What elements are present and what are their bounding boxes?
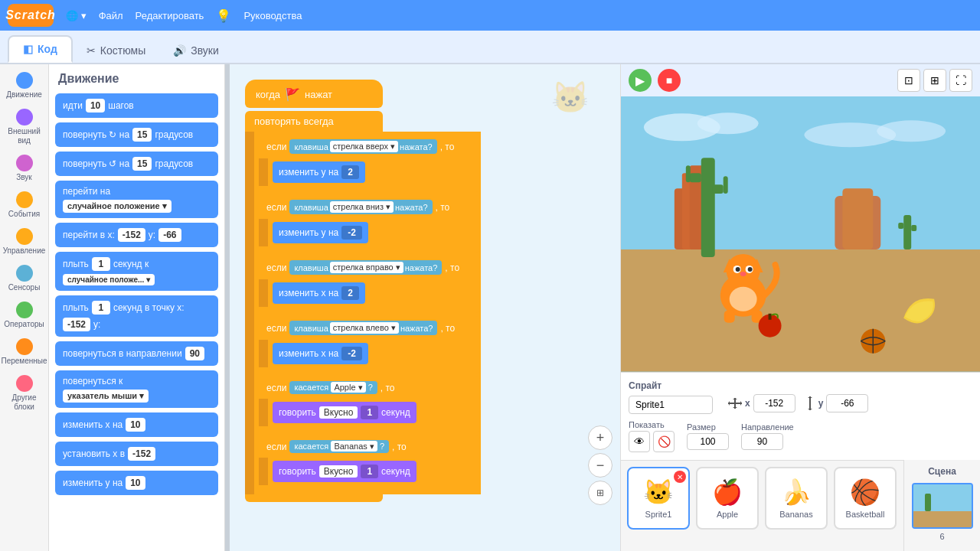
category-sound[interactable]: Звук (2, 152, 47, 185)
zoom-in-button[interactable]: + (588, 425, 612, 450)
category-variables[interactable]: Переменные (2, 335, 47, 369)
menubar: Scratch 🌐 ▾ Файл Редактировать 💡 Руковод… (0, 0, 980, 31)
svg-rect-16 (903, 215, 911, 249)
svg-point-5 (877, 120, 946, 142)
svg-marker-39 (728, 401, 730, 406)
svg-rect-10 (690, 173, 701, 182)
scene-count: 6 (939, 532, 944, 541)
scratch-logo: Scratch (8, 4, 54, 27)
view-buttons: ⊡ ⊞ ⛶ (897, 69, 972, 92)
if-block-apple[interactable]: если касается Apple ▾ ? , то говорить Вк… (259, 377, 481, 432)
show-button[interactable]: 👁 (629, 431, 650, 452)
category-sensing[interactable]: Сенсоры (2, 262, 47, 295)
block-glide-random[interactable]: плыть 1 секунд к случайное положе... ▾ (55, 252, 218, 291)
show-group: Показать 👁 🚫 (629, 420, 675, 452)
block-point-towards[interactable]: повернуться к указатель мыши ▾ (55, 370, 218, 408)
tab-sounds[interactable]: 🔊 Звуки (159, 38, 233, 63)
svg-point-28 (730, 287, 757, 311)
if-block-bananas[interactable]: если касается Bananas ▾ ? , то говорить … (259, 435, 481, 491)
svg-rect-46 (925, 494, 931, 511)
stop-button[interactable]: ■ (658, 69, 681, 92)
hide-button[interactable]: 🚫 (653, 431, 675, 452)
block-move[interactable]: идти 10 шагов (55, 93, 218, 118)
fit-button[interactable]: ⊞ (588, 481, 612, 505)
svg-marker-38 (733, 407, 737, 409)
svg-point-3 (697, 112, 759, 134)
scissors-icon: ✂ (87, 44, 96, 57)
block-set-x[interactable]: установить х в -152 (55, 442, 218, 466)
sprite-info-panel: Спрайт x y Показать 👁 🚫 (621, 372, 980, 460)
sprite-scene-container: 🐱 Sprite1 ✕ 🍎 Apple 🍌 Bananas 🏀 Basketba… (621, 460, 980, 551)
category-events[interactable]: События (2, 188, 47, 222)
y-coord-input[interactable] (826, 394, 868, 412)
stage-area (621, 96, 980, 372)
block-glide-xy[interactable]: плыть 1 секунд в точку x: -152 y: (55, 295, 218, 337)
arrow-y-icon (805, 396, 815, 410)
x-coord-input[interactable] (753, 394, 795, 412)
menu-file[interactable]: Файл (99, 10, 123, 21)
svg-rect-44 (913, 484, 973, 511)
arrows-xy-icon (728, 398, 742, 409)
sound-icon: 🔊 (173, 44, 186, 57)
svg-marker-43 (808, 409, 812, 410)
sprite-item-basketball[interactable]: 🏀 Basketball (834, 467, 897, 530)
block-goto-random[interactable]: перейти на случайное положение ▾ (55, 181, 218, 218)
small-stage-button[interactable]: ⊡ (897, 69, 920, 92)
tab-costumes[interactable]: ✂ Костюмы (73, 38, 159, 63)
if-block-up[interactable]: если клавиша стрелка вверх ▾ нажата? , т… (259, 135, 481, 192)
menu-edit[interactable]: Редактировать (136, 10, 204, 21)
svg-point-26 (748, 267, 753, 272)
repeat-forever[interactable]: повторять всегда если клавиша стрелка вв… (245, 111, 481, 502)
block-change-y[interactable]: изменить у на 10 (55, 471, 218, 495)
svg-point-27 (740, 272, 746, 276)
tab-code[interactable]: ◧ Код (8, 35, 73, 63)
sprite-name-input[interactable] (629, 396, 713, 414)
sprite-delete-sprite1[interactable]: ✕ (674, 471, 686, 483)
sprite-item-sprite1[interactable]: 🐱 Sprite1 ✕ (627, 467, 690, 530)
direction-input[interactable] (741, 433, 783, 450)
category-motion[interactable]: Движение (2, 69, 47, 103)
green-flag-button[interactable]: ▶ (629, 69, 652, 92)
svg-rect-29 (724, 311, 735, 323)
block-turn-right[interactable]: повернуть ↻ на 15 градусов (55, 122, 218, 147)
svg-rect-17 (898, 223, 903, 229)
block-goto-xy[interactable]: перейти в x: -152 y: -66 (55, 223, 218, 247)
globe-icon[interactable]: 🌐 ▾ (66, 10, 87, 21)
if-block-right[interactable]: если клавиша стрелка вправо ▾ нажата? , … (259, 256, 481, 313)
category-looks[interactable]: Внешний вид (2, 106, 47, 148)
svg-rect-45 (913, 511, 973, 529)
sprite-label: Спрайт (629, 380, 713, 391)
zoom-controls: + − ⊞ (588, 425, 612, 505)
right-panel: ▶ ■ ⊡ ⊞ ⛶ (620, 64, 980, 551)
stage-controls: ▶ ■ ⊡ ⊞ ⛶ (621, 64, 980, 96)
sprite-item-bananas[interactable]: 🍌 Bananas (765, 467, 828, 530)
scripts-area[interactable]: 🐱 когда🚩нажат повторять всегда если клав… (230, 64, 620, 551)
menu-guides[interactable]: Руководства (243, 10, 302, 21)
category-operators[interactable]: Операторы (2, 298, 47, 332)
normal-stage-button[interactable]: ⊞ (923, 69, 946, 92)
palette-title: Движение (55, 72, 218, 86)
svg-rect-9 (701, 158, 715, 257)
svg-rect-15 (842, 188, 873, 249)
svg-rect-13 (724, 176, 728, 194)
scene-label: Сцена (928, 466, 956, 477)
scene-thumbnail[interactable] (912, 483, 973, 529)
scene-panel: Сцена 6 (903, 460, 980, 551)
svg-marker-40 (740, 401, 742, 406)
zoom-out-button[interactable]: − (588, 453, 612, 478)
hat-block[interactable]: когда🚩нажат (245, 80, 383, 108)
category-control[interactable]: Управление (2, 225, 47, 259)
size-input[interactable] (687, 433, 729, 450)
svg-rect-11 (686, 165, 691, 182)
main-area: Движение Внешний вид Звук События Управл… (0, 64, 980, 551)
block-turn-left[interactable]: повернуть ↺ на 15 градусов (55, 152, 218, 176)
sprite-item-apple[interactable]: 🍎 Apple (696, 467, 759, 530)
category-myblocks[interactable]: Другие блоки (2, 372, 47, 415)
sprite-list: 🐱 Sprite1 ✕ 🍎 Apple 🍌 Bananas 🏀 Basketba… (621, 460, 903, 551)
svg-rect-12 (713, 184, 724, 194)
block-change-x[interactable]: изменить х на 10 (55, 412, 218, 437)
if-block-down[interactable]: если клавиша стрелка вниз ▾ нажата? , то… (259, 195, 481, 253)
block-point-direction[interactable]: повернуться в направлении 90 (55, 341, 218, 366)
if-block-left[interactable]: если клавиша стрелка влево ▾ нажата? , т… (259, 316, 481, 373)
fullscreen-button[interactable]: ⛶ (949, 69, 972, 92)
